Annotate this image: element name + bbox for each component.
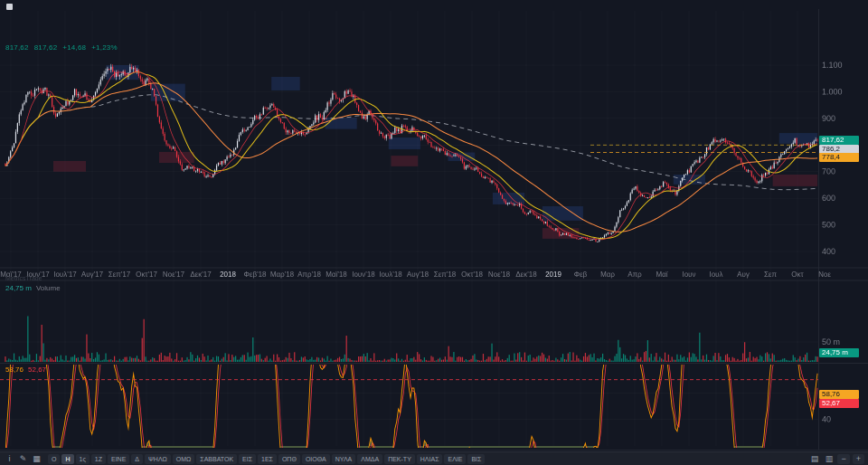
toolbar-chip-17[interactable]: ΕΛΙΕ <box>444 454 466 464</box>
legend-last-price: 817,62 <box>5 43 29 52</box>
toolbar-chip-0[interactable]: Ο <box>48 454 60 464</box>
interval-chip-group: ΟΗ1ς1ΖΕΙΝΕΔΨΗΛΩΟΜΩΣΑΒΒΑΤΟΚΕΙΣ1ΕΣΟΠΘΟΙΟΘΑ… <box>48 454 485 464</box>
toolbar-chip-3[interactable]: 1Ζ <box>91 454 106 464</box>
symbol-legend: 817,62 817,62 +14,68 +1,23% <box>5 43 118 52</box>
info-icon[interactable]: i <box>4 454 15 464</box>
chart-canvas[interactable] <box>0 0 868 465</box>
trading-chart-window: 817,62 817,62 +14,68 +1,23% MetricsTrade… <box>0 0 868 465</box>
bottom-toolbar: i ✎ ▦ ΟΗ1ς1ΖΕΙΝΕΔΨΗΛΩΟΜΩΣΑΒΒΑΤΟΚΕΙΣ1ΕΣΟΠ… <box>0 451 868 465</box>
indicators-icon[interactable]: ▥ <box>823 454 835 464</box>
oscillator-d-value: 52,67 <box>28 365 46 374</box>
chart-style-icon[interactable]: ▤ <box>808 454 820 464</box>
oscillator-d-badge: 52,67 <box>819 399 859 408</box>
volume-label: Volume <box>36 284 61 292</box>
toolbar-chip-16[interactable]: ΗΛΙΑΣ <box>417 454 443 464</box>
toolbar-chip-6[interactable]: ΨΗΛΩ <box>145 454 171 464</box>
toolbar-chip-4[interactable]: ΕΙΝΕ <box>108 454 129 464</box>
ma-mid-price-badge: 778,4 <box>819 153 859 162</box>
toolbar-right-group: ▤ ▥ − + <box>808 454 864 464</box>
toolbar-chip-13[interactable]: ΝΥΛΑ <box>332 454 356 464</box>
toolbar-chip-5[interactable]: Δ <box>131 454 143 464</box>
toolbar-chip-8[interactable]: ΣΑΒΒΑΤΟΚ <box>196 454 237 464</box>
toolbar-chip-18[interactable]: ΒΙΣ <box>467 454 485 464</box>
toolbar-chip-7[interactable]: ΟΜΩ <box>173 454 195 464</box>
zoom-out-button[interactable]: − <box>837 454 849 464</box>
last-price-badge: 817,62 <box>819 136 859 145</box>
toolbar-chip-14[interactable]: ΛΜΔΑ <box>357 454 382 464</box>
zoom-in-button[interactable]: + <box>853 454 864 464</box>
platform-logo <box>6 4 13 10</box>
draw-pencil-icon[interactable]: ✎ <box>17 454 29 464</box>
volume-badge: 24,75 m <box>819 348 859 357</box>
volume-legend: 24,75 m Volume <box>5 284 61 292</box>
legend-change-pct: +1,23% <box>91 43 118 52</box>
oscillator-k-value: 58,76 <box>5 365 24 374</box>
toolbar-chip-12[interactable]: ΟΙΟΘΑ <box>302 454 330 464</box>
volume-value: 24,75 m <box>5 284 32 292</box>
oscillator-legend: 58,76 52,67 <box>5 365 46 374</box>
toolbar-chip-11[interactable]: ΟΠΘ <box>278 454 300 464</box>
toolbar-chip-2[interactable]: 1ς <box>76 454 90 464</box>
toolbar-chip-15[interactable]: ΠΕΚ-ΤΥ <box>384 454 415 464</box>
oscillator-k-badge: 58,76 <box>819 390 859 399</box>
layout-grid-icon[interactable]: ▦ <box>31 454 42 464</box>
toolbar-chip-10[interactable]: 1ΕΣ <box>258 454 277 464</box>
platform-watermark: MetricsTrade <box>5 275 42 281</box>
legend-close-price: 817,62 <box>34 43 58 52</box>
legend-change: +14,68 <box>62 43 86 52</box>
toolbar-chip-1[interactable]: Η <box>61 454 73 464</box>
toolbar-chip-9[interactable]: ΕΙΣ <box>239 454 256 464</box>
